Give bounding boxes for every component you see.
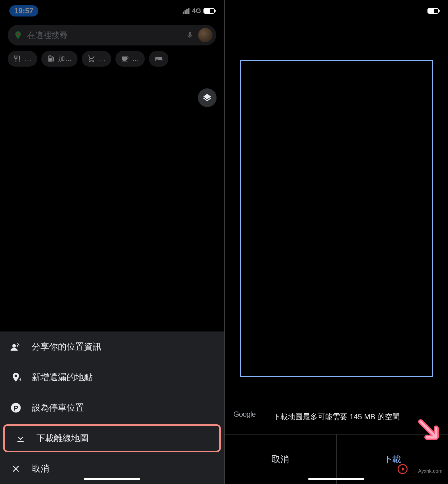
- sheet-item-add-place[interactable]: + 新增遺漏的地點: [0, 362, 224, 392]
- sheet-label: 分享你的位置資訊: [32, 341, 101, 353]
- sheet-item-set-parking[interactable]: P 設為停車位置: [0, 392, 224, 423]
- dim-top: [225, 45, 448, 60]
- sheet-label: 新增遺漏的地點: [32, 371, 93, 383]
- battery-icon: [427, 8, 439, 14]
- parking-icon: P: [11, 402, 21, 413]
- sheet-item-download-offline[interactable]: 下載離線地圖: [3, 424, 221, 452]
- battery-icon: [203, 8, 215, 14]
- close-icon: [11, 463, 21, 474]
- layers-button[interactable]: [198, 88, 217, 107]
- cancel-button[interactable]: 取消: [225, 435, 336, 484]
- sheet-item-share-location[interactable]: 分享你的位置資訊: [0, 331, 224, 362]
- dim-right: [432, 60, 448, 377]
- download-icon: [15, 433, 26, 444]
- watermark-logo-icon: [398, 464, 408, 474]
- left-screenshot: 基隆市 新北 新北市 桃園市 桃園 2 1 1 1 3 3 5 P 你的車停在這…: [0, 0, 224, 484]
- sheet-label: 取消: [32, 463, 49, 475]
- svg-text:+: +: [19, 376, 21, 383]
- dim-left: [225, 60, 240, 377]
- sheet-label: 設為停車位置: [32, 402, 84, 414]
- right-screenshot: 基隆市 新北 新北市 桃園市 桃園 礁 宜蘭縣 2 1 1 1 3 3 5 P …: [224, 0, 448, 484]
- home-indicator[interactable]: [308, 478, 364, 480]
- add-place-icon: +: [11, 372, 21, 383]
- share-location-icon: [11, 341, 21, 352]
- home-indicator[interactable]: [84, 478, 140, 480]
- download-selection-rect[interactable]: [240, 60, 433, 377]
- svg-point-10: [12, 344, 16, 348]
- layers-icon: [203, 93, 212, 102]
- annotation-arrow-icon: [414, 416, 446, 447]
- sheet-label: 下載離線地圖: [36, 432, 89, 444]
- watermark-text: Ayxhk.com: [418, 468, 442, 474]
- action-sheet: 分享你的位置資訊 + 新增遺漏的地點 P 設為停車位置 下載離線地圖 取消: [0, 331, 224, 484]
- svg-text:P: P: [13, 404, 18, 412]
